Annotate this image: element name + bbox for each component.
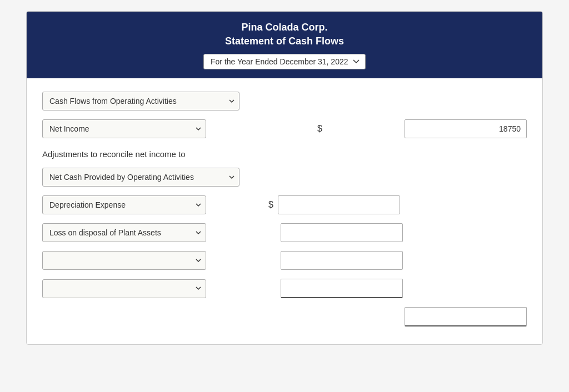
empty2-select[interactable] <box>42 279 206 298</box>
final-total-input[interactable] <box>405 307 527 326</box>
net-income-wrapper: Net Income <box>42 119 206 138</box>
loss-disposal-input-area <box>259 223 403 242</box>
loss-disposal-select[interactable]: Loss on disposal of Plant Assets <box>42 223 206 242</box>
empty2-input-area <box>259 279 403 298</box>
net-cash-provided-select[interactable]: Net Cash Provided by Operating Activitie… <box>42 168 239 187</box>
empty1-select[interactable] <box>42 251 206 270</box>
net-income-value-area: $ <box>308 119 527 138</box>
net-income-select[interactable]: Net Income <box>42 119 206 138</box>
main-container: Pina Colada Corp. Statement of Cash Flow… <box>26 11 543 345</box>
operating-activities-row: Cash Flows from Operating Activities <box>42 92 527 110</box>
operating-activities-select[interactable]: Cash Flows from Operating Activities <box>42 92 239 110</box>
content-area: Cash Flows from Operating Activities Net… <box>27 78 542 344</box>
depreciation-select[interactable]: Depreciation Expense <box>42 195 206 214</box>
depreciation-row: Depreciation Expense $ <box>42 195 527 214</box>
empty-row-2 <box>42 279 527 298</box>
empty1-input[interactable] <box>281 251 403 270</box>
dollar-sign-net-income: $ <box>317 124 322 134</box>
operating-activities-wrapper: Cash Flows from Operating Activities <box>42 92 239 110</box>
date-wrapper: For the Year Ended December 31, 2022 <box>38 54 531 69</box>
empty1-wrapper <box>42 251 206 270</box>
net-cash-provided-row: Net Cash Provided by Operating Activitie… <box>42 168 527 187</box>
depreciation-wrapper: Depreciation Expense <box>42 195 206 214</box>
page-title: Statement of Cash Flows <box>38 36 531 47</box>
net-income-input[interactable] <box>405 119 527 138</box>
dollar-sign-depreciation: $ <box>268 200 273 210</box>
date-select[interactable]: For the Year Ended December 31, 2022 <box>203 54 366 69</box>
empty-row-1 <box>42 251 527 270</box>
loss-disposal-input[interactable] <box>281 223 403 242</box>
loss-disposal-wrapper: Loss on disposal of Plant Assets <box>42 223 206 242</box>
empty2-wrapper <box>42 279 206 298</box>
depreciation-input-area: $ <box>259 195 400 214</box>
empty2-input[interactable] <box>281 279 403 298</box>
final-total-row <box>42 307 527 326</box>
company-name: Pina Colada Corp. <box>38 22 531 33</box>
depreciation-input[interactable] <box>278 195 400 214</box>
empty1-input-area <box>259 251 403 270</box>
net-income-row: Net Income $ <box>42 119 527 138</box>
adjustments-label: Adjustments to reconcile net income to <box>42 149 527 159</box>
loss-disposal-row: Loss on disposal of Plant Assets <box>42 223 527 242</box>
header-section: Pina Colada Corp. Statement of Cash Flow… <box>27 12 542 78</box>
net-cash-provided-wrapper: Net Cash Provided by Operating Activitie… <box>42 168 239 187</box>
